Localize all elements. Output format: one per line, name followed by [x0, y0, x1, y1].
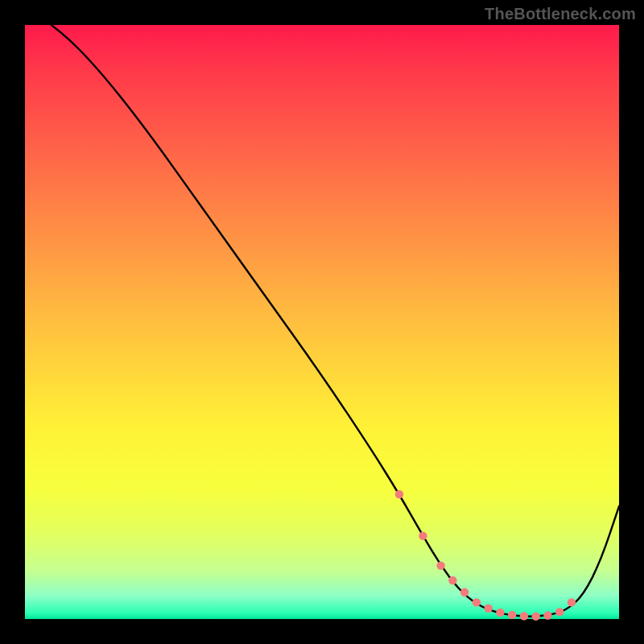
trough-marker	[484, 605, 492, 613]
plot-area	[25, 25, 619, 619]
trough-marker	[460, 588, 469, 597]
trough-marker	[508, 611, 516, 619]
trough-marker	[448, 576, 456, 584]
trough-marker	[436, 561, 444, 569]
trough-markers-group	[395, 490, 576, 621]
trough-marker	[531, 612, 539, 620]
chart-frame: TheBottleneck.com	[0, 0, 644, 644]
trough-marker	[473, 598, 481, 606]
trough-marker	[419, 531, 427, 539]
curve-svg	[25, 25, 619, 619]
bottleneck-curve	[25, 7, 619, 617]
trough-marker	[555, 608, 564, 616]
trough-marker	[395, 490, 403, 498]
trough-marker	[520, 612, 528, 620]
watermark-text: TheBottleneck.com	[485, 5, 636, 23]
trough-marker	[543, 611, 551, 619]
trough-marker	[496, 609, 504, 617]
trough-marker	[568, 598, 576, 606]
